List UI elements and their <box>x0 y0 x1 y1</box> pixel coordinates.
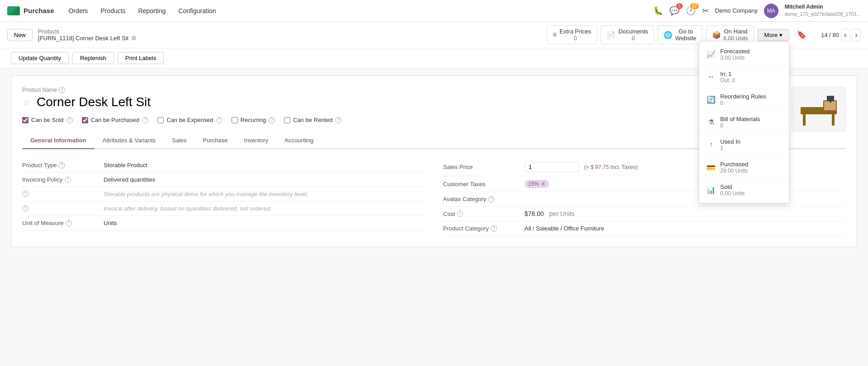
sold-icon: 📊 <box>707 186 716 194</box>
company-area: Demo Company <box>715 7 758 14</box>
invoice-note-help-icon[interactable]: ? <box>22 205 28 211</box>
user-name: Mitchell Admin <box>785 3 861 11</box>
tax-badge[interactable]: 15% ✕ <box>525 180 549 188</box>
svg-rect-2 <box>832 114 835 126</box>
update-quantity-button[interactable]: Update Quantity <box>11 52 69 64</box>
tab-accounting[interactable]: Accounting <box>276 132 322 149</box>
wrench-icon[interactable]: ✂ <box>702 6 709 16</box>
bom-icon: ⚗ <box>707 118 716 127</box>
can-rented-help-icon[interactable]: ? <box>335 117 342 123</box>
favorite-star-icon[interactable]: ☆ <box>22 97 31 108</box>
uom-help-icon[interactable]: ? <box>66 220 72 226</box>
action-buttons: ≡ Extra Prices0 📄 Documents0 🌐 Go toWebs… <box>547 25 790 44</box>
dropdown-purchased[interactable]: 💳 Purchased 29.00 Units <box>699 156 789 179</box>
invoicing-policy-label: Invoicing Policy ? <box>22 176 104 183</box>
storable-note-field: ? Storable products are physical items f… <box>22 187 425 202</box>
more-button[interactable]: More ▾ <box>758 29 790 41</box>
forecasted-icon: 📈 <box>707 50 716 59</box>
cost-value: $78.00 <box>525 210 544 217</box>
user-avatar[interactable]: MA <box>764 4 778 18</box>
bookmark-icon[interactable]: 🔖 <box>795 28 808 42</box>
product-type-help-icon[interactable]: ? <box>58 162 65 169</box>
product-category-value: All / Saleable / Office Furniture <box>525 225 846 232</box>
tab-general-information[interactable]: General Information <box>22 132 95 149</box>
sales-price-value-row: (= $ 97.75 Incl. Taxes) <box>525 162 846 172</box>
form-left: Product Type ? Storable Product Invoicin… <box>22 158 425 236</box>
uom-label: Unit of Measure ? <box>22 220 104 226</box>
company-name: Demo Company <box>715 7 758 14</box>
sold-value: 0.00 Units <box>720 190 745 197</box>
product-image[interactable] <box>792 87 846 132</box>
go-to-website-button[interactable]: 🌐 Go toWebsite <box>658 25 702 44</box>
sold-label: Sold <box>720 183 745 190</box>
prev-button[interactable]: ‹ <box>841 29 850 41</box>
can-expensed-help-icon[interactable]: ? <box>216 117 223 123</box>
menu-configuration[interactable]: Configuration <box>173 5 221 17</box>
sales-price-input[interactable] <box>525 162 579 172</box>
cost-help-icon[interactable]: ? <box>457 211 463 217</box>
can-be-rented-checkbox[interactable]: Can be Rented ? <box>284 117 342 123</box>
breadcrumb-parent[interactable]: Products <box>38 28 137 35</box>
cost-per-unit: per Units <box>549 210 574 217</box>
dropdown-sold[interactable]: 📊 Sold 0.00 Units <box>699 179 789 201</box>
tab-sales[interactable]: Sales <box>164 132 195 149</box>
next-button[interactable]: › <box>852 29 861 41</box>
invoice-note-value: Invoice after delivery, based on quantit… <box>104 205 425 212</box>
user-sub: demo_170_e027b3abd29f_1701... <box>785 11 861 18</box>
forecasted-label: Forecasted <box>720 48 749 55</box>
on-hand-label: On Hand6.00 Units <box>724 28 748 42</box>
recurring-checkbox[interactable]: Recurring ? <box>232 117 275 123</box>
breadcrumb: Products [FURN_1118] Corner Desk Left Si… <box>38 28 137 42</box>
avatax-help-icon[interactable]: ? <box>488 196 494 202</box>
sold-text: Sold 0.00 Units <box>720 183 745 197</box>
can-be-purchased-checkbox[interactable]: Can be Purchased ? <box>82 117 149 123</box>
invoicing-policy-value: Delivered quantities <box>104 176 425 183</box>
tab-purchase[interactable]: Purchase <box>195 132 236 149</box>
incl-taxes-value[interactable]: (= $ 97.75 Incl. Taxes) <box>584 164 638 170</box>
used-in-icon: ↑ <box>707 141 716 149</box>
product-type-label: Product Type ? <box>22 162 104 169</box>
menu-reporting[interactable]: Reporting <box>133 5 171 17</box>
svg-rect-4 <box>801 107 825 114</box>
product-category-help-icon[interactable]: ? <box>491 225 497 232</box>
more-dropdown-container: More ▾ 📈 Forecasted 3.00 Units ↔ In: 1 O… <box>758 29 790 41</box>
documents-button[interactable]: 📄 Documents0 <box>601 25 654 44</box>
settings-gear-icon[interactable]: ⚙ <box>131 35 137 42</box>
menu-orders[interactable]: Orders <box>63 5 94 17</box>
menu-products[interactable]: Products <box>95 5 131 17</box>
print-labels-button[interactable]: Print Labels <box>118 52 164 64</box>
chat-badge: 5 <box>676 3 683 9</box>
purchased-value: 29.00 Units <box>720 168 748 174</box>
product-name-help-icon[interactable]: ? <box>59 87 65 93</box>
dropdown-reordering-rules[interactable]: 🔄 Reordering Rules 0 <box>699 89 789 111</box>
can-purchased-help-icon[interactable]: ? <box>142 117 148 123</box>
extra-prices-button[interactable]: ≡ Extra Prices0 <box>547 25 597 44</box>
documents-label: Documents0 <box>618 28 648 42</box>
invoicing-help-icon[interactable]: ? <box>65 177 71 183</box>
documents-icon: 📄 <box>607 31 616 39</box>
dropdown-used-in[interactable]: ↑ Used In 1 <box>699 134 789 156</box>
tax-remove-icon[interactable]: ✕ <box>541 181 545 187</box>
bug-icon[interactable]: 🐛 <box>653 6 663 16</box>
can-sold-help-icon[interactable]: ? <box>66 117 73 123</box>
app-name: Purchase <box>24 7 54 14</box>
cost-label: Cost ? <box>443 211 525 217</box>
new-button[interactable]: New <box>7 29 33 41</box>
recurring-help-icon[interactable]: ? <box>269 117 275 123</box>
dropdown-in-out[interactable]: ↔ In: 1 Out: 0 <box>699 66 789 89</box>
tab-inventory[interactable]: Inventory <box>236 132 276 149</box>
cost-value-row: $78.00 per Units <box>525 210 846 217</box>
nav-count: 14 / 80 <box>821 32 839 38</box>
replenish-button[interactable]: Replenish <box>72 52 114 64</box>
storable-note-help-icon[interactable]: ? <box>22 191 28 197</box>
can-be-expensed-checkbox[interactable]: Can be Expensed ? <box>157 117 222 123</box>
dropdown-bom[interactable]: ⚗ Bill of Materials 0 <box>699 111 789 134</box>
navigation-arrows: 14 / 80 ‹ › <box>821 29 861 41</box>
chat-icon[interactable]: 💬 5 <box>669 6 679 16</box>
bom-label: Bill of Materials <box>720 116 760 122</box>
clock-icon[interactable]: 🕐 27 <box>686 6 696 16</box>
tab-attributes-variants[interactable]: Attributes & Variants <box>95 132 164 149</box>
dropdown-forecasted[interactable]: 📈 Forecasted 3.00 Units <box>699 43 789 66</box>
app-logo[interactable]: Purchase <box>7 6 54 15</box>
can-be-sold-checkbox[interactable]: Can be Sold ? <box>22 117 73 123</box>
